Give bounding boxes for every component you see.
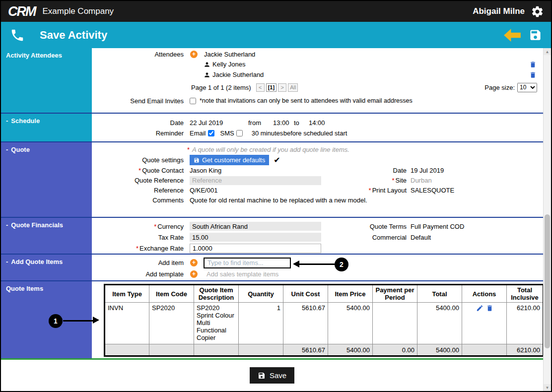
field-value: Email SMS 30 minutes before scheduled st… (187, 130, 543, 137)
sidebar-label-quote-financials: Quote Financials (11, 221, 63, 229)
quote-date-value[interactable]: 19 Jul 2019 (410, 167, 543, 174)
comments-label: Comments (92, 196, 187, 204)
quote-terms-label: Quote Terms (345, 223, 410, 230)
collapse-icon[interactable]: - (6, 117, 8, 125)
start-time-value[interactable]: 13:00 (273, 119, 294, 127)
add-template-icon[interactable]: + (190, 270, 198, 278)
phone-activity-icon (10, 28, 25, 43)
sidebar-add-quote-items[interactable]: -Add Quote Items (1, 255, 92, 280)
cell-description: SP2020 Sprint Colour Multi Functional Co… (194, 303, 239, 344)
add-template-input[interactable] (207, 270, 321, 278)
scrollbar-thumb[interactable] (545, 214, 550, 348)
table-header-row: Item Type Item Code Quote Item Descripti… (105, 285, 544, 303)
send-email-invites-checkbox[interactable] (190, 98, 196, 104)
field-value: 22 Jul 2019 from 13:00 to 14:00 (187, 119, 543, 127)
print-layout-value[interactable]: SALESQUOTE (410, 187, 543, 194)
save-toolbar-button[interactable] (529, 28, 542, 42)
required-marker: * (392, 177, 395, 184)
page-title: Save Activity (40, 29, 107, 42)
sidebar-quote-financials[interactable]: -Quote Financials (1, 218, 92, 254)
col-total: Total (417, 285, 462, 303)
comments-value[interactable]: Quote for old rental machine to be repla… (187, 196, 543, 204)
from-label: from (248, 119, 273, 127)
commercial-value[interactable]: Default (410, 234, 543, 241)
pagination-next-button[interactable]: > (278, 83, 286, 92)
currency-row: *Currency Quote Terms Full Payment COD (92, 221, 543, 231)
reminder-minutes-value[interactable]: 30 minutes (252, 130, 283, 137)
pagination-current-page[interactable]: [1] (266, 83, 276, 92)
section-activity-attendees: Activity Attendees Attendees + Jackie Su… (1, 48, 543, 114)
add-item-icon[interactable]: + (190, 259, 198, 266)
sms-reminder-checkbox[interactable] (236, 130, 243, 136)
page-footer: Save (1, 360, 543, 391)
reference-value[interactable]: Q/KE/001 (187, 187, 345, 194)
cell-item-code: SP2020 (149, 303, 194, 344)
section-quote-financials: -Quote Financials *Currency Quote Terms … (1, 218, 543, 255)
scroll-down-arrow-icon[interactable]: ▼ (544, 384, 551, 391)
sidebar-label-add-quote-items: Add Quote Items (11, 258, 63, 265)
settings-gear-icon[interactable] (531, 5, 544, 18)
cell-total-inclusive: 6210.00 (507, 303, 544, 344)
sidebar-schedule[interactable]: -Schedule (1, 114, 92, 141)
cell-quantity: 1 (239, 303, 283, 344)
send-email-invites-row: Send Email Invites *note that invitation… (92, 96, 543, 106)
date-value[interactable]: 22 Jul 2019 (190, 119, 248, 127)
quote-note-row: * A quote will only be created if you ad… (92, 145, 543, 154)
email-reminder-checkbox[interactable] (208, 130, 214, 136)
page-size-select[interactable]: 10 (517, 83, 537, 92)
section-schedule: -Schedule Date 22 Jul 2019 from 13:00 to… (1, 114, 543, 142)
attendee-list-item: Jackie Sutherland (92, 69, 543, 80)
scroll-up-arrow-icon[interactable]: ▲ (544, 48, 551, 55)
delete-item-icon[interactable] (486, 304, 493, 312)
get-customer-defaults-button[interactable]: Get customer defaults (190, 155, 269, 165)
totals-item-price: 5400.00 (328, 344, 373, 356)
tax-rate-row: Tax Rate Commercial Default (92, 232, 543, 242)
annotation-step1-arrowhead (93, 317, 99, 324)
annotation-step1-badge: 1 (49, 314, 63, 328)
end-time-value[interactable]: 14:00 (309, 119, 325, 127)
attendees-label: Attendees (92, 51, 187, 58)
exchange-rate-input[interactable] (190, 244, 321, 253)
col-quantity: Quantity (239, 285, 283, 303)
collapse-icon[interactable]: - (6, 258, 8, 265)
pagination-all-button[interactable]: All (288, 83, 298, 92)
quote-reference-input (190, 176, 321, 185)
totals-row: 5610.67 5400.00 0.00 5400.00 6210.00 (105, 344, 544, 356)
col-description: Quote Item Description (194, 285, 239, 303)
annotation-step1-arrow-line (63, 320, 93, 322)
back-button[interactable] (504, 29, 521, 42)
field-value: Get customer defaults ✔ (187, 155, 543, 165)
add-item-row: Add item + (92, 257, 543, 268)
save-button[interactable]: Save (250, 367, 294, 384)
user-name[interactable]: Abigail Milne (473, 6, 525, 16)
date-label: Date (92, 119, 187, 127)
sidebar-quote[interactable]: -Quote (1, 142, 92, 217)
financials-body: *Currency Quote Terms Full Payment COD T… (92, 218, 543, 254)
form-column: Activity Attendees Attendees + Jackie Su… (1, 48, 543, 391)
quote-contact-row: *Quote Contact Jason King Date 19 Jul 20… (92, 166, 543, 175)
sidebar-label-quote-items: Quote Items (6, 285, 43, 292)
attendee-selected-name[interactable]: Jackie Sutherland (204, 51, 255, 58)
annotation-step2-arrow-line (299, 263, 335, 265)
vertical-scrollbar[interactable]: ▲ ▼ (543, 48, 551, 391)
collapse-icon[interactable]: - (6, 146, 8, 153)
edit-item-icon[interactable] (476, 304, 483, 312)
site-value: Durban (410, 177, 543, 184)
find-items-input[interactable] (204, 258, 291, 268)
field-value (187, 176, 345, 185)
quote-contact-value[interactable]: Jason King (187, 167, 345, 174)
col-total-inclusive: Total Inclusive (507, 285, 544, 303)
reminder-minutes-suffix: before scheduled start (283, 130, 347, 137)
sidebar-activity-attendees[interactable]: Activity Attendees (1, 48, 92, 113)
totals-total: 5400.00 (417, 344, 462, 356)
cell-unit-cost: 5610.67 (283, 303, 328, 344)
add-attendee-icon[interactable]: + (190, 51, 198, 58)
field-value (187, 244, 543, 253)
quote-terms-value[interactable]: Full Payment COD (410, 223, 543, 230)
delete-attendee-icon[interactable] (529, 71, 537, 79)
pagination-prev-button[interactable]: < (256, 83, 265, 92)
delete-attendee-icon[interactable] (529, 61, 537, 68)
collapse-icon[interactable]: - (6, 221, 8, 229)
section-add-quote-items: -Add Quote Items Add item + Add template… (1, 255, 543, 281)
page-size-label: Page size: (484, 84, 515, 91)
